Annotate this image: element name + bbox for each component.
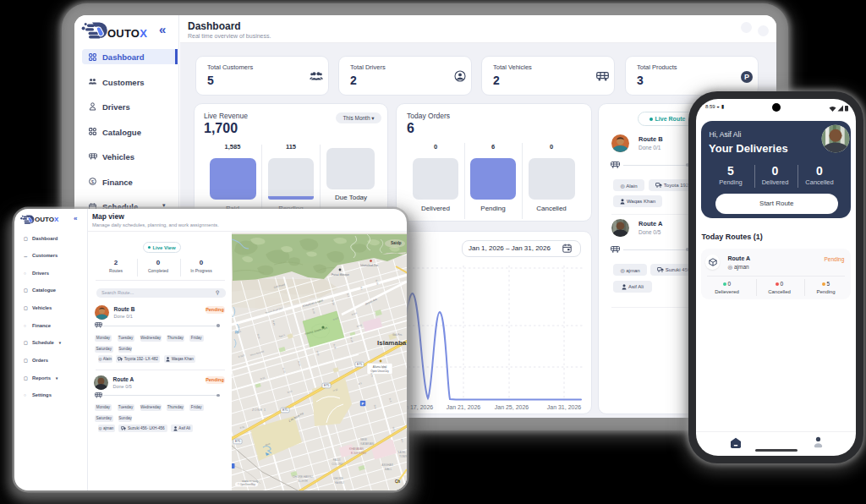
svg-text:Saidp: Saidp	[391, 241, 402, 245]
svg-text:SATEL: SATEL	[397, 451, 406, 454]
svg-text:Sr 14: Sr 14	[282, 367, 287, 374]
svg-text:TOWN: TOWN	[399, 455, 407, 458]
svg-text:NORTH: NORTH	[298, 479, 308, 483]
svg-text:Sani 5: Sani 5	[278, 333, 286, 338]
svg-text:E-11: E-11	[239, 425, 245, 430]
svg-text:Ch: Ch	[395, 479, 400, 484]
svg-text:Sr 19: Sr 19	[311, 308, 316, 315]
svg-text:E75: E75	[235, 440, 240, 443]
svg-text:St 44: St 44	[271, 320, 277, 326]
svg-text:© OpenStreetMap: © OpenStreetMap	[238, 483, 256, 486]
svg-text:NEW: NEW	[360, 438, 366, 441]
svg-text:E75: E75	[324, 384, 329, 387]
svg-text:Faisal Mosque: Faisal Mosque	[332, 273, 349, 277]
svg-text:DHORE HASSU: DHORE HASSU	[293, 475, 313, 479]
svg-text:KHAYABAN-: KHAYABAN-	[349, 447, 364, 451]
svg-text:Islamabad Zoo: Islamabad Zoo	[360, 264, 378, 267]
svg-text:P: P	[362, 402, 364, 406]
svg-text:$: $	[91, 179, 95, 184]
svg-text:G-9/1: G-9/1	[356, 323, 363, 328]
svg-text:Islamaba: Islamaba	[377, 339, 407, 347]
svg-text:DHORE: DHORE	[333, 477, 343, 480]
svg-text:E75: E75	[357, 363, 362, 366]
svg-text:St 36: St 36	[315, 350, 321, 356]
svg-text:COLONY: COLONY	[332, 463, 343, 466]
svg-text:St 19: St 19	[349, 337, 354, 342]
svg-text:A-1: A-1	[358, 381, 363, 386]
svg-text:ZONE 1: ZONE 1	[252, 408, 266, 412]
svg-text:KATARIAN: KATARIAN	[360, 442, 374, 446]
svg-text:St 6: St 6	[400, 438, 404, 443]
svg-text:G-10: G-10	[287, 389, 293, 394]
svg-text:E75: E75	[282, 408, 288, 412]
svg-text:Sr 5: Sr 5	[388, 397, 392, 403]
svg-text:ASGHAR: ASGHAR	[381, 463, 393, 467]
svg-text:G-11: G-11	[260, 375, 266, 381]
svg-text:Open University: Open University	[370, 370, 389, 373]
svg-text:Gok Firs: Gok Firs	[392, 333, 403, 337]
svg-text:FAUJI: FAUJI	[333, 458, 341, 462]
svg-text:MALL: MALL	[385, 468, 392, 471]
svg-text:St 36: St 36	[256, 333, 261, 339]
svg-text:HASSU: HASSU	[335, 481, 345, 485]
svg-text:Sr 36: Sr 36	[332, 343, 337, 350]
svg-text:St 2: St 2	[392, 426, 396, 431]
svg-text:E-SIR SYED: E-SIR SYED	[351, 452, 367, 455]
